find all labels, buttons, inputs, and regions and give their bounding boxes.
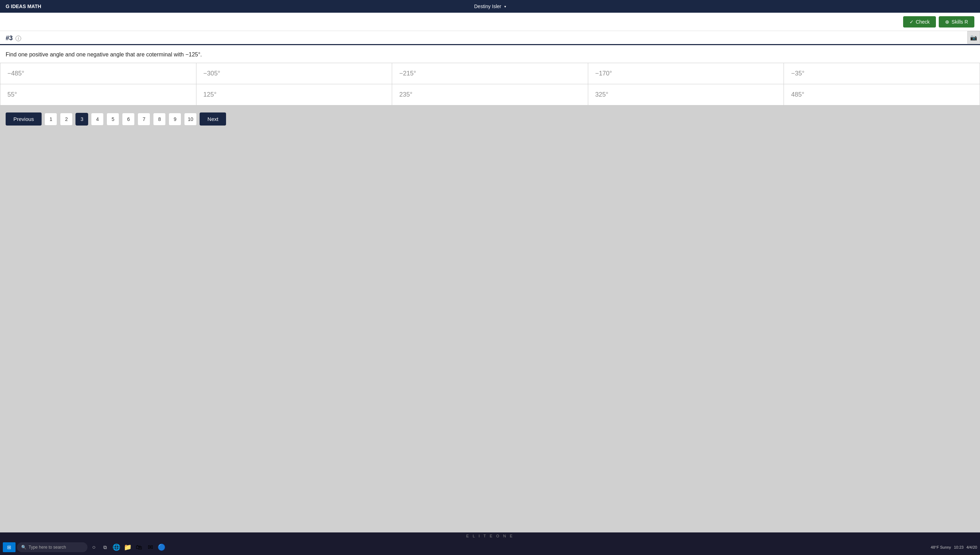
check-button[interactable]: ✓ Check: [903, 16, 936, 27]
task-view-icon: ⧉: [103, 544, 107, 550]
top-bar: G IDEAS MATH Destiny Isler ▾: [0, 0, 980, 13]
shop-icon: 🛍: [136, 544, 142, 551]
previous-button[interactable]: Previous: [6, 112, 42, 125]
taskbar: ⊞ 🔍 Type here to search ○ ⧉ 🌐 📁 🛍 ✉ 🔵 48…: [0, 539, 980, 555]
weather-display: 48°F Sunny: [930, 545, 951, 549]
start-button[interactable]: ⊞: [3, 542, 16, 552]
brand-label: E L I T E O N E: [466, 534, 514, 538]
answer-cell-2[interactable]: −305°: [196, 63, 393, 84]
store-icon[interactable]: 🛍: [134, 542, 144, 552]
task-view-button[interactable]: ⧉: [100, 542, 110, 552]
question-area: #3 i Find one positive angle and one neg…: [0, 31, 980, 106]
next-button[interactable]: Next: [200, 112, 226, 125]
answer-grid: −485° −305° −215° −170° −35° 55° 125° 23…: [0, 63, 980, 106]
main-content: #3 i Find one positive angle and one neg…: [0, 31, 980, 555]
answer-cell-8[interactable]: 235°: [392, 84, 588, 106]
answer-cell-10[interactable]: 485°: [784, 84, 980, 106]
answer-cell-6[interactable]: 55°: [0, 84, 196, 106]
date-display: 4/4/20: [966, 545, 977, 549]
page-button-6[interactable]: 6: [122, 113, 135, 125]
files-icon: 📁: [124, 543, 132, 551]
mail-icon[interactable]: ✉: [145, 542, 155, 552]
page-button-4[interactable]: 4: [91, 113, 104, 125]
circle-icon: ○: [92, 544, 96, 550]
skills-button[interactable]: ⊕ Skills R: [939, 16, 974, 27]
chevron-down-icon: ▾: [504, 5, 506, 8]
page-button-1[interactable]: 1: [45, 113, 57, 125]
page-button-2[interactable]: 2: [60, 113, 73, 125]
taskbar-right: 48°F Sunny 10:23 4/4/20: [930, 545, 977, 549]
question-instruction: Find one positive angle and one negative…: [6, 51, 202, 58]
edge-icon[interactable]: 🌐: [111, 542, 121, 552]
browser2-icon: 🔵: [158, 543, 165, 551]
camera-icon: 📷: [970, 34, 977, 41]
navigation-bar: Previous 1 2 3 4 5 6 7 8 9 10 Next: [0, 106, 980, 133]
search-icon: 🔍: [21, 545, 26, 550]
question-text: Find one positive angle and one negative…: [0, 45, 980, 63]
app-logo: G IDEAS MATH: [6, 3, 41, 9]
chrome-icon[interactable]: 🔵: [157, 542, 167, 552]
page-button-10[interactable]: 10: [184, 113, 197, 125]
skills-icon: ⊕: [945, 19, 950, 25]
time-display: 10:23: [954, 545, 964, 549]
page-button-7[interactable]: 7: [138, 113, 150, 125]
page-button-3[interactable]: 3: [75, 113, 88, 125]
username: Destiny Isler: [474, 3, 501, 9]
folder-icon[interactable]: 📁: [123, 542, 133, 552]
answer-cell-5[interactable]: −35°: [784, 63, 980, 84]
header-bar: ✓ Check ⊕ Skills R: [0, 13, 980, 31]
search-bar[interactable]: 🔍 Type here to search: [17, 542, 87, 552]
brand-footer: E L I T E O N E: [0, 533, 980, 539]
answer-cell-7[interactable]: 125°: [196, 84, 393, 106]
browser-icon: 🌐: [112, 543, 120, 551]
answer-cell-3[interactable]: −215°: [392, 63, 588, 84]
question-number-bar: #3 i: [0, 31, 980, 45]
page-button-9[interactable]: 9: [168, 113, 181, 125]
page-button-5[interactable]: 5: [106, 113, 119, 125]
question-number: #3: [6, 35, 13, 44]
windows-icon: ⊞: [7, 544, 11, 550]
cortana-button[interactable]: ○: [89, 542, 99, 552]
search-placeholder: Type here to search: [29, 545, 66, 550]
answer-cell-1[interactable]: −485°: [0, 63, 196, 84]
screenshot-button[interactable]: 📷: [967, 31, 980, 44]
email-icon: ✉: [148, 543, 153, 551]
answer-cell-4[interactable]: −170°: [588, 63, 784, 84]
info-icon[interactable]: i: [16, 35, 21, 41]
user-menu[interactable]: Destiny Isler ▾: [474, 3, 506, 9]
page-button-8[interactable]: 8: [153, 113, 166, 125]
check-icon: ✓: [909, 19, 914, 25]
answer-cell-9[interactable]: 325°: [588, 84, 784, 106]
